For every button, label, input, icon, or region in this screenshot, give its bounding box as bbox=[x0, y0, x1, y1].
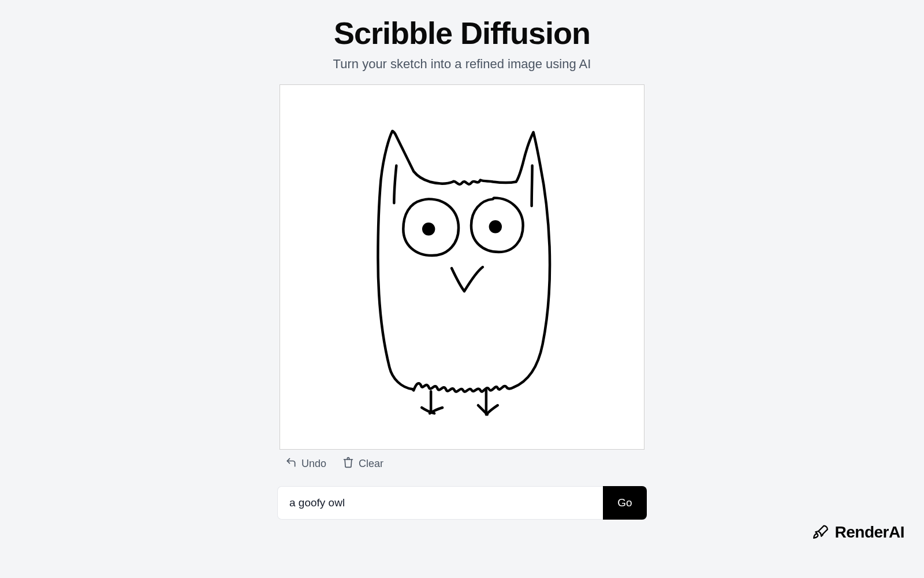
owl-sketch bbox=[280, 85, 644, 449]
sketch-canvas[interactable] bbox=[280, 84, 644, 450]
page-subtitle: Turn your sketch into a refined image us… bbox=[277, 57, 647, 72]
prompt-input[interactable] bbox=[277, 486, 603, 520]
brand-name: RenderAI bbox=[835, 523, 904, 542]
undo-button[interactable]: Undo bbox=[285, 457, 326, 471]
clear-button[interactable]: Clear bbox=[342, 457, 383, 471]
undo-label: Undo bbox=[301, 458, 326, 470]
brand-badge[interactable]: RenderAI bbox=[812, 523, 904, 542]
clear-label: Clear bbox=[359, 458, 383, 470]
undo-icon bbox=[285, 457, 297, 471]
page-title: Scribble Diffusion bbox=[277, 15, 647, 51]
go-button[interactable]: Go bbox=[603, 486, 647, 520]
trash-icon bbox=[342, 457, 354, 471]
rocket-icon bbox=[812, 523, 829, 542]
